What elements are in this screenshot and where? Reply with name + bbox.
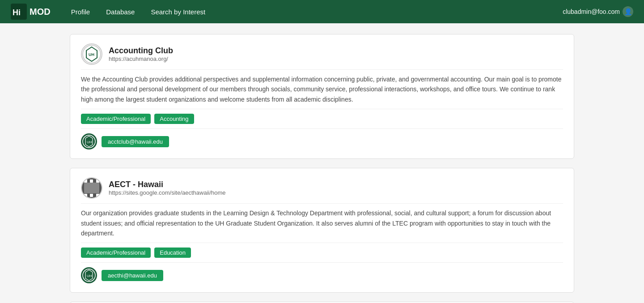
divider <box>81 243 563 243</box>
tag-list: Academic/Professional Education <box>81 248 563 258</box>
club-logo-aect <box>81 177 102 199</box>
divider <box>81 203 563 204</box>
film-hole <box>84 194 87 197</box>
svg-text:UH: UH <box>87 274 92 278</box>
tag-education[interactable]: Education <box>154 248 191 258</box>
card-header: AECT - Hawaii https://sites.google.com/s… <box>81 177 563 199</box>
film-strip-icon <box>82 178 102 198</box>
tag-academic-professional[interactable]: Academic/Professional <box>81 114 151 124</box>
nav-links: Profile Database Search by Interest <box>65 5 563 18</box>
film-hole <box>96 179 99 183</box>
contact-row: UH acctclub@hawaii.edu <box>81 133 563 149</box>
logo-text: MOD <box>30 7 51 17</box>
tag-accounting[interactable]: Accounting <box>154 114 194 124</box>
club-url: https://sites.google.com/site/aecthawaii… <box>109 189 226 196</box>
contact-email: acctclub@hawaii.edu <box>108 138 163 145</box>
accounting-logo-svg: UH <box>82 44 102 64</box>
site-logo[interactable]: Hi MOD <box>11 4 51 20</box>
divider <box>81 128 563 129</box>
contact-email: aecthi@hawaii.edu <box>108 272 157 279</box>
nav-database[interactable]: Database <box>100 5 141 18</box>
film-row-bottom <box>83 194 101 197</box>
divider <box>81 109 563 109</box>
contact-row: UH aecthi@hawaii.edu <box>81 267 563 283</box>
svg-text:UH: UH <box>87 140 92 144</box>
film-frame <box>84 183 99 193</box>
film-hole <box>90 179 93 183</box>
logo-icon: Hi <box>11 4 27 20</box>
club-description: Our organization provides graduate stude… <box>81 208 563 238</box>
user-icon[interactable]: 👤 <box>623 6 633 17</box>
svg-text:Hi: Hi <box>13 8 21 17</box>
svg-text:UH: UH <box>89 52 94 57</box>
film-hole <box>84 179 87 183</box>
main-content: UH Accounting Club https://acuhmanoa.org… <box>63 34 581 303</box>
navbar: Hi MOD Profile Database Search by Intere… <box>0 0 644 23</box>
film-hole <box>90 194 93 197</box>
film-hole <box>96 194 99 197</box>
club-title-group: AECT - Hawaii https://sites.google.com/s… <box>109 180 226 196</box>
club-card-accounting: UH Accounting Club https://acuhmanoa.org… <box>70 34 574 159</box>
card-header: UH Accounting Club https://acuhmanoa.org… <box>81 43 563 65</box>
club-name: AECT - Hawaii <box>109 180 226 189</box>
tag-academic-professional[interactable]: Academic/Professional <box>81 248 151 258</box>
club-card-aect: AECT - Hawaii https://sites.google.com/s… <box>70 168 574 293</box>
club-description: We the Accounting Club provides addition… <box>81 74 563 104</box>
nav-user: clubadmin@foo.com 👤 <box>563 6 633 17</box>
contact-email-badge[interactable]: acctclub@hawaii.edu <box>102 136 169 147</box>
tag-list: Academic/Professional Accounting <box>81 114 563 124</box>
film-row-top <box>83 179 101 183</box>
club-title-group: Accounting Club https://acuhmanoa.org/ <box>109 46 173 62</box>
divider <box>81 262 563 263</box>
club-name: Accounting Club <box>109 46 173 55</box>
contact-avatar: UH <box>81 133 97 149</box>
contact-email-badge[interactable]: aecthi@hawaii.edu <box>102 270 163 281</box>
avatar-svg: UH <box>82 268 96 282</box>
user-email: clubadmin@foo.com <box>563 8 620 15</box>
avatar-svg: UH <box>82 134 96 149</box>
nav-search-by-interest[interactable]: Search by Interest <box>144 5 212 18</box>
divider <box>81 69 563 70</box>
nav-profile[interactable]: Profile <box>65 5 97 18</box>
club-logo-accounting: UH <box>81 43 102 65</box>
club-url: https://acuhmanoa.org/ <box>109 55 173 62</box>
contact-avatar: UH <box>81 267 97 283</box>
